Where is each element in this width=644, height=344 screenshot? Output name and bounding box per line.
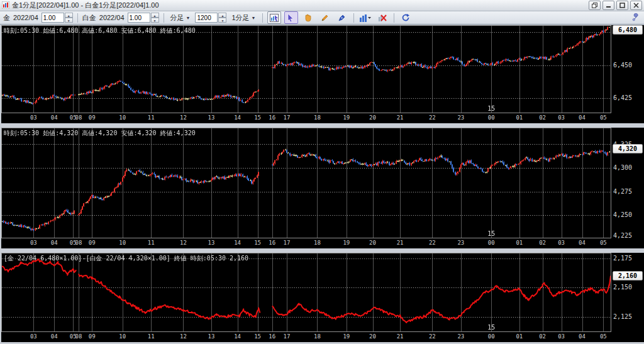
interval-dropdown[interactable]: 1分足 ▼ bbox=[230, 13, 257, 23]
x-axis-label: 08 bbox=[72, 333, 86, 340]
x-axis-label: 03 bbox=[26, 114, 40, 121]
x-axis-label: 02 bbox=[536, 240, 550, 246]
y-axis-label: 2,150 bbox=[613, 284, 632, 291]
y-axis-label: 6,425 bbox=[613, 94, 632, 101]
platinum-ratio-spinner: ▲▼ bbox=[128, 13, 159, 23]
y-axis-label: 4,300 bbox=[613, 164, 632, 171]
x-axis-label: 20 bbox=[366, 114, 380, 121]
platinum-ratio-input[interactable] bbox=[128, 13, 150, 23]
x-axis-label: 11 bbox=[144, 240, 158, 246]
pencil-tool-button[interactable] bbox=[318, 11, 332, 24]
x-axis-label: 22 bbox=[425, 333, 439, 340]
x-axis-label: 09 bbox=[85, 240, 99, 246]
select-tool-button[interactable] bbox=[284, 11, 298, 24]
x-axis-label: 00 bbox=[484, 333, 498, 340]
y-axis-label: 2,125 bbox=[613, 313, 632, 320]
x-axis-label: 01 bbox=[513, 114, 526, 121]
refresh-icon bbox=[401, 13, 410, 22]
x-axis-label: 23 bbox=[454, 114, 468, 121]
spin-up-icon[interactable]: ▲ bbox=[151, 13, 159, 18]
chart-cursor-button[interactable] bbox=[267, 11, 281, 24]
x-axis-label: 12 bbox=[176, 240, 190, 246]
x-axis-label: 13 bbox=[204, 240, 218, 246]
x-axis-label: 08 bbox=[72, 114, 86, 121]
x-axis-label: 20 bbox=[366, 333, 380, 340]
interval-label: 1分足 bbox=[231, 13, 249, 23]
chart-panel-gold: 時刻:05:30 始値:6,480 高値:6,480 安値:6,480 終値:6… bbox=[1, 25, 644, 123]
select-tool-icon bbox=[287, 14, 294, 22]
x-axis-label: 05 bbox=[596, 333, 610, 340]
y-axis-label: 2,175 bbox=[613, 255, 632, 262]
y-axis-label: 4,275 bbox=[613, 188, 632, 195]
spin-up-icon[interactable]: ▲ bbox=[218, 13, 226, 18]
x-axis-label: 17 bbox=[280, 114, 294, 121]
x-axis-label: 04 bbox=[575, 114, 589, 121]
spread-plot[interactable]: [金 22/04 6,480×1.00]-[白金 22/04 4,320×1.0… bbox=[1, 253, 611, 332]
x-axis-label: 10 bbox=[116, 333, 130, 340]
x-axis-label: 14 bbox=[231, 333, 245, 340]
x-axis-label: 10 bbox=[116, 240, 130, 246]
last-price-badge: 2,160 bbox=[613, 271, 643, 280]
chevron-down-icon: ▼ bbox=[252, 16, 256, 20]
platinum-y-axis: 4,3254,3004,2754,2504,2254,320 bbox=[611, 128, 644, 248]
platinum-candlestick-canvas[interactable] bbox=[2, 128, 611, 238]
x-axis-label: 03 bbox=[26, 333, 40, 340]
x-axis-label: 02 bbox=[536, 333, 550, 340]
bar-type-dropdown[interactable]: 分足 ▼ bbox=[169, 13, 192, 23]
gold-plot[interactable]: 時刻:05:30 始値:6,480 高値:6,480 安値:6,480 終値:6… bbox=[1, 25, 611, 113]
toolbar: 金 2022/04 ▲▼ 白金 2022/04 ▲▼ 分足 ▼ ▲▼ 1分足 ▼ bbox=[0, 11, 644, 25]
x-axis-label: 21 bbox=[393, 240, 407, 246]
last-price-badge: 6,480 bbox=[613, 25, 643, 35]
spread-line-canvas[interactable] bbox=[2, 253, 611, 331]
settings-wrench-button[interactable] bbox=[631, 13, 640, 23]
chevron-down-icon: ▼ bbox=[186, 16, 191, 20]
duplicate-window-button[interactable] bbox=[589, 1, 601, 10]
x-axis-label: 08 bbox=[72, 240, 86, 246]
spin-down-icon[interactable]: ▼ bbox=[218, 18, 226, 23]
title-bar: 金1分足[2022/04]1.00 - 白金1分足[2022/04]1.00 bbox=[0, 0, 644, 11]
minimize-button[interactable] bbox=[602, 1, 614, 10]
x-axis-label: 04 bbox=[47, 114, 61, 121]
spread-y-axis: 2,1752,1502,1252,160 bbox=[611, 253, 644, 342]
gold-candlestick-canvas[interactable] bbox=[2, 26, 611, 113]
y-axis-label: 4,225 bbox=[613, 232, 632, 239]
x-axis-label: 04 bbox=[47, 333, 61, 340]
x-axis-label: 05 bbox=[596, 114, 610, 121]
delete-study-button[interactable] bbox=[375, 11, 389, 24]
x-axis-label: 21 bbox=[393, 114, 407, 121]
bar-count-input[interactable] bbox=[195, 13, 218, 23]
platinum-plot[interactable]: 時刻:05:30 始値:4,320 高値:4,320 安値:4,320 終値:4… bbox=[1, 128, 611, 238]
gold-ohlc-info: 時刻:05:30 始値:6,480 高値:6,480 安値:6,480 終値:6… bbox=[4, 26, 196, 35]
x-axis-label: 23 bbox=[454, 333, 468, 340]
spread-x-axis: 0304050809101112131415161718192021222300… bbox=[1, 332, 611, 342]
close-button[interactable] bbox=[630, 1, 642, 10]
pan-tool-button[interactable] bbox=[301, 11, 315, 24]
x-axis-label: 11 bbox=[144, 333, 158, 340]
spin-down-icon[interactable]: ▼ bbox=[65, 18, 73, 23]
pen-icon bbox=[338, 14, 346, 22]
x-axis-label: 17 bbox=[280, 333, 294, 340]
x-axis-label: 14 bbox=[231, 240, 245, 246]
toolbar-separator bbox=[353, 13, 354, 23]
x-axis-label: 17 bbox=[280, 240, 294, 246]
x-axis-label: 15 bbox=[251, 114, 265, 121]
x-axis-label: 22 bbox=[425, 240, 439, 246]
x-axis-label: 16 bbox=[265, 114, 279, 121]
spin-up-icon[interactable]: ▲ bbox=[65, 13, 73, 18]
gold-ratio-input[interactable] bbox=[42, 13, 64, 23]
x-axis-label: 19 bbox=[340, 114, 353, 121]
refresh-button[interactable] bbox=[399, 11, 413, 24]
spin-down-icon[interactable]: ▼ bbox=[151, 18, 159, 23]
x-axis-label: 15 bbox=[251, 240, 265, 246]
pen-tool-button[interactable] bbox=[335, 11, 349, 24]
x-axis-label: 09 bbox=[85, 333, 99, 340]
x-axis-label: 15 bbox=[251, 333, 265, 340]
x-axis-label: 19 bbox=[340, 333, 353, 340]
bar-style-button[interactable] bbox=[358, 11, 372, 24]
pencil-icon bbox=[321, 14, 329, 22]
x-axis-label: 03 bbox=[555, 333, 569, 340]
toolbar-separator bbox=[77, 13, 78, 23]
gold-x-axis: 0304050809101112131415161718192021222300… bbox=[1, 113, 611, 123]
x-axis-label: 01 bbox=[513, 240, 526, 246]
maximize-button[interactable] bbox=[616, 1, 628, 10]
